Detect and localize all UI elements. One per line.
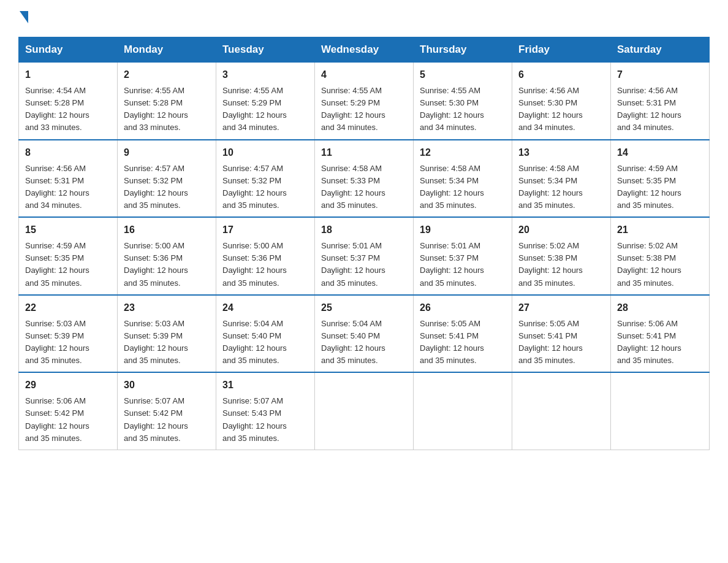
day-number: 19 — [420, 223, 506, 237]
day-info: Sunrise: 5:03 AMSunset: 5:39 PMDaylight:… — [25, 318, 111, 367]
day-cell: 20Sunrise: 5:02 AMSunset: 5:38 PMDayligh… — [512, 217, 611, 295]
day-header-wednesday: Wednesday — [315, 37, 414, 63]
day-cell — [611, 372, 710, 450]
day-cell: 11Sunrise: 4:58 AMSunset: 5:33 PMDayligh… — [315, 140, 414, 218]
day-number: 13 — [518, 145, 604, 160]
day-info: Sunrise: 5:05 AMSunset: 5:41 PMDaylight:… — [518, 318, 604, 367]
day-info: Sunrise: 5:00 AMSunset: 5:36 PMDaylight:… — [222, 240, 308, 289]
day-info: Sunrise: 5:04 AMSunset: 5:40 PMDaylight:… — [222, 318, 308, 367]
day-info: Sunrise: 5:03 AMSunset: 5:39 PMDaylight:… — [124, 318, 210, 367]
logo-arrow-icon — [20, 11, 28, 23]
day-info: Sunrise: 4:55 AMSunset: 5:29 PMDaylight:… — [222, 85, 308, 134]
day-cell: 9Sunrise: 4:57 AMSunset: 5:32 PMDaylight… — [118, 140, 216, 218]
day-number: 15 — [25, 223, 111, 237]
day-number: 9 — [124, 145, 210, 160]
day-number: 25 — [321, 301, 407, 315]
day-info: Sunrise: 5:07 AMSunset: 5:43 PMDaylight:… — [222, 395, 308, 445]
day-header-saturday: Saturday — [611, 37, 710, 63]
day-info: Sunrise: 5:00 AMSunset: 5:36 PMDaylight:… — [124, 240, 210, 289]
day-number: 24 — [222, 301, 308, 315]
page-header — [18, 12, 710, 25]
day-info: Sunrise: 4:56 AMSunset: 5:31 PMDaylight:… — [617, 85, 703, 134]
day-info: Sunrise: 5:05 AMSunset: 5:41 PMDaylight:… — [420, 318, 506, 367]
day-header-thursday: Thursday — [414, 37, 512, 63]
day-cell: 16Sunrise: 5:00 AMSunset: 5:36 PMDayligh… — [118, 217, 216, 295]
day-info: Sunrise: 4:58 AMSunset: 5:34 PMDaylight:… — [420, 163, 506, 212]
day-number: 16 — [124, 223, 210, 237]
day-cell: 30Sunrise: 5:07 AMSunset: 5:42 PMDayligh… — [118, 372, 216, 450]
day-cell: 7Sunrise: 4:56 AMSunset: 5:31 PMDaylight… — [611, 63, 710, 140]
day-number: 17 — [222, 223, 308, 237]
day-number: 4 — [321, 67, 407, 82]
day-cell: 10Sunrise: 4:57 AMSunset: 5:32 PMDayligh… — [216, 140, 315, 218]
day-info: Sunrise: 4:59 AMSunset: 5:35 PMDaylight:… — [25, 240, 111, 289]
day-number: 2 — [124, 67, 210, 82]
day-info: Sunrise: 5:06 AMSunset: 5:41 PMDaylight:… — [617, 318, 703, 367]
day-cell: 6Sunrise: 4:56 AMSunset: 5:30 PMDaylight… — [512, 63, 611, 140]
day-cell: 28Sunrise: 5:06 AMSunset: 5:41 PMDayligh… — [611, 295, 710, 373]
day-number: 21 — [617, 223, 703, 237]
day-info: Sunrise: 5:02 AMSunset: 5:38 PMDaylight:… — [518, 240, 604, 289]
day-cell: 2Sunrise: 4:55 AMSunset: 5:28 PMDaylight… — [118, 63, 216, 140]
day-cell: 25Sunrise: 5:04 AMSunset: 5:40 PMDayligh… — [315, 295, 414, 373]
day-cell — [315, 372, 414, 450]
day-number: 23 — [124, 301, 210, 315]
day-number: 14 — [617, 145, 703, 160]
day-info: Sunrise: 4:56 AMSunset: 5:31 PMDaylight:… — [25, 163, 111, 212]
day-info: Sunrise: 4:57 AMSunset: 5:32 PMDaylight:… — [124, 163, 210, 212]
day-cell: 22Sunrise: 5:03 AMSunset: 5:39 PMDayligh… — [19, 295, 118, 373]
day-number: 3 — [222, 67, 308, 82]
day-cell: 18Sunrise: 5:01 AMSunset: 5:37 PMDayligh… — [315, 217, 414, 295]
day-number: 18 — [321, 223, 407, 237]
day-number: 7 — [617, 67, 703, 82]
header-row: SundayMondayTuesdayWednesdayThursdayFrid… — [19, 37, 710, 63]
day-number: 30 — [124, 378, 210, 393]
day-number: 22 — [25, 301, 111, 315]
day-info: Sunrise: 4:58 AMSunset: 5:33 PMDaylight:… — [321, 163, 407, 212]
week-row-3: 15Sunrise: 4:59 AMSunset: 5:35 PMDayligh… — [19, 217, 710, 295]
week-row-5: 29Sunrise: 5:06 AMSunset: 5:42 PMDayligh… — [19, 372, 710, 450]
day-info: Sunrise: 5:07 AMSunset: 5:42 PMDaylight:… — [124, 395, 210, 445]
day-number: 1 — [25, 67, 111, 82]
day-cell: 17Sunrise: 5:00 AMSunset: 5:36 PMDayligh… — [216, 217, 315, 295]
week-row-1: 1Sunrise: 4:54 AMSunset: 5:28 PMDaylight… — [19, 63, 710, 140]
day-cell: 24Sunrise: 5:04 AMSunset: 5:40 PMDayligh… — [216, 295, 315, 373]
day-info: Sunrise: 4:55 AMSunset: 5:30 PMDaylight:… — [420, 85, 506, 134]
day-number: 10 — [222, 145, 308, 160]
week-row-2: 8Sunrise: 4:56 AMSunset: 5:31 PMDaylight… — [19, 140, 710, 218]
day-number: 6 — [518, 67, 604, 82]
day-number: 28 — [617, 301, 703, 315]
day-info: Sunrise: 5:02 AMSunset: 5:38 PMDaylight:… — [617, 240, 703, 289]
day-cell: 13Sunrise: 4:58 AMSunset: 5:34 PMDayligh… — [512, 140, 611, 218]
day-cell — [414, 372, 512, 450]
day-cell: 26Sunrise: 5:05 AMSunset: 5:41 PMDayligh… — [414, 295, 512, 373]
day-cell: 12Sunrise: 4:58 AMSunset: 5:34 PMDayligh… — [414, 140, 512, 218]
day-cell: 27Sunrise: 5:05 AMSunset: 5:41 PMDayligh… — [512, 295, 611, 373]
day-info: Sunrise: 4:57 AMSunset: 5:32 PMDaylight:… — [222, 163, 308, 212]
day-number: 20 — [518, 223, 604, 237]
day-header-tuesday: Tuesday — [216, 37, 315, 63]
day-info: Sunrise: 4:56 AMSunset: 5:30 PMDaylight:… — [518, 85, 604, 134]
day-info: Sunrise: 5:01 AMSunset: 5:37 PMDaylight:… — [321, 240, 407, 289]
day-cell: 15Sunrise: 4:59 AMSunset: 5:35 PMDayligh… — [19, 217, 118, 295]
day-number: 5 — [420, 67, 506, 82]
day-number: 27 — [518, 301, 604, 315]
day-cell: 23Sunrise: 5:03 AMSunset: 5:39 PMDayligh… — [118, 295, 216, 373]
day-cell: 4Sunrise: 4:55 AMSunset: 5:29 PMDaylight… — [315, 63, 414, 140]
day-number: 26 — [420, 301, 506, 315]
day-info: Sunrise: 4:59 AMSunset: 5:35 PMDaylight:… — [617, 163, 703, 212]
day-info: Sunrise: 5:06 AMSunset: 5:42 PMDaylight:… — [25, 395, 111, 445]
day-info: Sunrise: 5:01 AMSunset: 5:37 PMDaylight:… — [420, 240, 506, 289]
day-cell: 14Sunrise: 4:59 AMSunset: 5:35 PMDayligh… — [611, 140, 710, 218]
week-row-4: 22Sunrise: 5:03 AMSunset: 5:39 PMDayligh… — [19, 295, 710, 373]
day-header-friday: Friday — [512, 37, 611, 63]
day-number: 8 — [25, 145, 111, 160]
day-number: 11 — [321, 145, 407, 160]
day-cell: 8Sunrise: 4:56 AMSunset: 5:31 PMDaylight… — [19, 140, 118, 218]
day-cell: 1Sunrise: 4:54 AMSunset: 5:28 PMDaylight… — [19, 63, 118, 140]
day-cell: 19Sunrise: 5:01 AMSunset: 5:37 PMDayligh… — [414, 217, 512, 295]
day-cell: 21Sunrise: 5:02 AMSunset: 5:38 PMDayligh… — [611, 217, 710, 295]
day-number: 31 — [222, 378, 308, 393]
day-info: Sunrise: 4:55 AMSunset: 5:29 PMDaylight:… — [321, 85, 407, 134]
calendar-table: SundayMondayTuesdayWednesdayThursdayFrid… — [18, 37, 710, 450]
